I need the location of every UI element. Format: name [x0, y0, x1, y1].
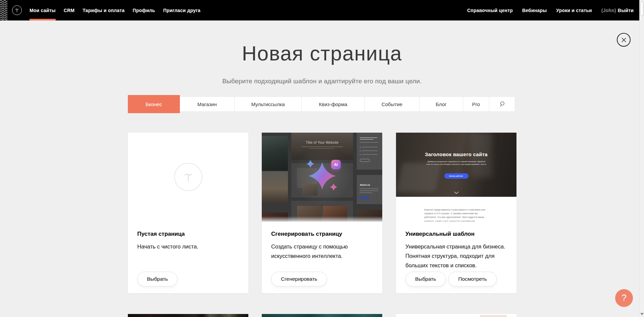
nav-item-webinars[interactable]: Вебинары: [522, 0, 547, 20]
website-collage: Title of Your Website About us: [262, 133, 382, 222]
template-card-blank-page[interactable]: Пустая страница Начать с чистого листа. …: [128, 133, 248, 293]
tab-business[interactable]: Бизнес: [128, 95, 180, 113]
card-body: Сгенерировать страницу Создать страницу …: [262, 222, 382, 293]
ai-badge: AI: [331, 160, 341, 169]
card-buttons: Выбрать Посмотреть: [405, 272, 497, 286]
generate-button[interactable]: Сгенерировать: [271, 272, 327, 286]
nav-item-profile[interactable]: Профиль: [133, 0, 155, 20]
about-us-label: About us: [360, 184, 370, 186]
user-name: (John): [601, 8, 616, 13]
template-body-text: Коротко представьтесь и расскажите о ком…: [424, 208, 489, 222]
nav-item-plans-payment[interactable]: Тарифы и оплата: [83, 0, 125, 20]
card-buttons: Выбрать: [137, 272, 178, 286]
nav-item-my-sites[interactable]: Мои сайты: [30, 0, 56, 20]
tilda-logo[interactable]: [12, 5, 22, 15]
tab-pro[interactable]: Pro: [463, 96, 489, 112]
scrollbar-thumb[interactable]: [640, 1, 643, 16]
template-category-tabs: Бизнес Магазин Мультиссылка Квиз-форма С…: [128, 96, 515, 112]
collage-tile-about-us: About us: [357, 175, 382, 204]
tab-quiz-form[interactable]: Квиз-форма: [302, 96, 365, 112]
blank-page-preview: [128, 133, 248, 222]
tab-blog[interactable]: Блог: [419, 96, 463, 112]
tilda-watermark-icon: [181, 170, 195, 184]
card-buttons: Сгенерировать: [271, 272, 327, 286]
ai-sparkle-small-pink-icon: [329, 183, 338, 191]
template-body-section: Коротко представьтесь и расскажите о ком…: [396, 197, 516, 222]
nav-item-lessons-articles[interactable]: Уроки и статьи: [556, 0, 592, 20]
navbar-left-menu: Мои сайты CRM Тарифы и оплата Профиль Пр…: [30, 0, 200, 20]
nav-item-logout[interactable]: (John) Выйти: [601, 0, 634, 20]
template-hero-button: Целевое действие: [444, 173, 468, 179]
collage-hero-title: Title of Your Website: [291, 141, 353, 144]
ai-generate-preview: Title of Your Website About us: [262, 133, 382, 222]
template-hero-subtitle: Добавьте интересные подробности о вашей …: [426, 160, 487, 166]
collage-tile-service-text: [357, 133, 382, 170]
tab-shop[interactable]: Магазин: [180, 96, 235, 112]
chevron-down-icon: [454, 191, 459, 194]
card-title: Универсальный шаблон: [405, 231, 507, 237]
tab-event[interactable]: Событие: [365, 96, 419, 112]
card-description: Создать страницу с помощью искусственног…: [271, 242, 373, 261]
nav-item-help-center[interactable]: Справочный центр: [467, 0, 513, 20]
template-hero-title: Заголовок вашего сайта: [396, 151, 516, 157]
card-body: Универсальный шаблон Универсальная стран…: [396, 222, 516, 293]
collage-bottom-fade: [262, 216, 382, 222]
template-card-ai-generate[interactable]: Title of Your Website About us: [262, 133, 382, 293]
card-description: Начать с чистого листа.: [137, 242, 239, 251]
tab-multilink[interactable]: Мультиссылка: [235, 96, 302, 112]
collage-tile-desk-photo: [262, 136, 288, 171]
nav-item-invite-friend[interactable]: Пригласи друга: [163, 0, 200, 20]
tilda-logo-icon: [14, 7, 20, 13]
preview-universal-button[interactable]: Посмотреть: [448, 272, 496, 286]
nav-item-crm[interactable]: CRM: [64, 0, 75, 20]
template-card-partial-3[interactable]: [396, 314, 516, 317]
template-card-universal[interactable]: Заголовок вашего сайта Добавьте интересн…: [396, 133, 516, 293]
search-icon: [499, 101, 505, 107]
page-subtitle: Выберите подходящий шаблон и адаптируйте…: [0, 78, 644, 85]
template-card-partial-1[interactable]: [128, 314, 248, 317]
help-button[interactable]: ?: [615, 289, 633, 307]
template-hero-image: Заголовок вашего сайта Добавьте интересн…: [396, 133, 516, 197]
navbar-right-menu: Справочный центр Вебинары Уроки и статьи…: [467, 0, 634, 20]
card-body: Пустая страница Начать с чистого листа. …: [128, 222, 248, 293]
help-icon: ?: [622, 293, 627, 303]
card-title: Сгенерировать страницу: [271, 231, 373, 237]
top-navbar: Мои сайты CRM Тарифы и оплата Профиль Пр…: [0, 0, 644, 20]
template-card-partial-2[interactable]: [262, 314, 382, 317]
zigzag-pattern-decoration: [0, 0, 7, 20]
scrollbar-down-arrow[interactable]: [640, 313, 644, 315]
tilda-watermark-circle: [174, 163, 202, 191]
card-title: Пустая страница: [137, 231, 239, 237]
universal-template-preview: Заголовок вашего сайта Добавьте интересн…: [396, 133, 516, 222]
tab-search[interactable]: [489, 96, 515, 112]
select-universal-button[interactable]: Выбрать: [405, 272, 446, 286]
logout-label: Выйти: [618, 8, 634, 13]
card-description: Универсальная страница для бизнеса. Поня…: [405, 242, 507, 270]
page-title: Новая страница: [0, 42, 644, 65]
select-blank-button[interactable]: Выбрать: [137, 272, 178, 286]
collage-tile-livingroom-photo: [262, 171, 288, 203]
scrollbar: [639, 0, 644, 317]
about-us-button: [360, 196, 369, 199]
